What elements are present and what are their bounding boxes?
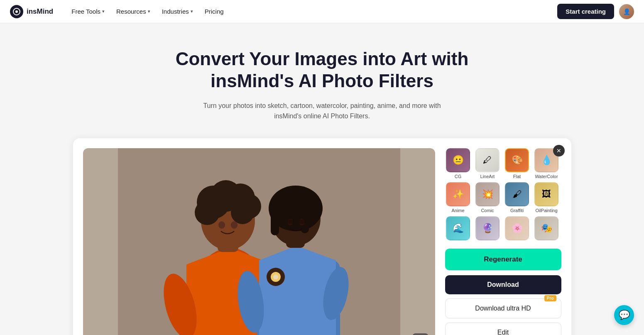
filter-label-cg: CG [455,174,462,179]
download-hd-button[interactable]: Download ultra HD [445,298,561,318]
regenerate-button[interactable]: Regenerate [445,249,561,270]
main-content: Convert Your Images into Art with insMin… [0,0,644,335]
filter-item-flat[interactable]: 🎨 Flat [504,148,530,179]
art-image [83,148,435,335]
svg-point-31 [271,194,321,217]
logo[interactable]: insMind [10,5,53,18]
filter-item-extra1[interactable]: 🌊 [445,216,471,242]
filter-thumb-extra1: 🌊 [446,216,470,240]
logo-icon [10,5,23,18]
avatar[interactable]: 👤 [619,4,634,19]
filter-item-extra3[interactable]: 🌸 [504,216,530,242]
logo-text: insMind [27,7,53,16]
edit-button[interactable]: Edit [445,323,561,335]
svg-point-15 [231,201,254,224]
hero-title: Convert Your Images into Art with insMin… [173,48,472,92]
filter-item-graffiti[interactable]: 🖌 Graffiti [504,182,530,213]
filter-panel: ✕ 😐 CG 🖊 LineArt [445,148,561,335]
nav-item-industries[interactable]: Industries ▾ [157,5,198,18]
filter-item-extra2[interactable]: 🔮 [475,216,501,242]
filter-thumb-graffiti: 🖌 [505,182,529,206]
close-button[interactable]: ✕ [553,145,565,156]
pro-badge: Pro [544,295,556,301]
chevron-down-icon: ▾ [148,9,150,14]
navbar: insMind Free Tools ▾ Resources ▾ Industr… [0,0,644,23]
filter-thumb-cg: 😐 [446,148,470,172]
compare-button[interactable]: ⊞ [412,333,429,335]
download-hd-container: Download ultra HD Pro [445,298,561,323]
filter-item-lineart[interactable]: 🖊 LineArt [475,148,501,179]
filter-label-watercolor: WaterColor [535,174,558,179]
tool-area: ⊞ ✕ 😐 CG 🖊 [52,138,592,335]
filter-item-cg[interactable]: 😐 CG [445,148,471,179]
chevron-down-icon: ▾ [102,9,105,14]
svg-rect-34 [287,220,294,224]
filter-label-anime: Anime [451,208,464,213]
download-button[interactable]: Download [445,275,561,294]
filter-thumb-comic: 💥 [475,182,500,206]
svg-point-17 [231,221,238,229]
chat-icon: 💬 [619,310,630,320]
filter-grid: 😐 CG 🖊 LineArt 🎨 Flat [445,148,561,242]
filter-thumb-oilpainting: 🖼 [534,182,558,206]
svg-marker-20 [259,246,336,335]
filter-item-comic[interactable]: 💥 Comic [475,182,501,213]
filter-label-lineart: LineArt [480,174,495,179]
image-area: ⊞ [83,148,435,335]
chat-widget[interactable]: 💬 [614,305,634,325]
art-svg [83,148,435,335]
nav-item-pricing[interactable]: Pricing [200,5,229,18]
nav-items: Free Tools ▾ Resources ▾ Industries ▾ Pr… [66,5,228,18]
filter-label-oilpainting: OilPainting [535,208,557,213]
nav-left: insMind Free Tools ▾ Resources ▾ Industr… [10,5,229,18]
filter-thumb-lineart: 🖊 [475,148,500,172]
svg-point-16 [218,221,225,229]
svg-point-14 [195,200,220,225]
filter-label-graffiti: Graffiti [510,208,524,213]
filter-item-extra4[interactable]: 🎭 [534,216,560,242]
filter-item-oilpainting[interactable]: 🖼 OilPainting [534,182,560,213]
filter-label-flat: Flat [513,174,521,179]
start-creating-button[interactable]: Start creating [557,4,614,19]
filter-thumb-flat: 🎨 [505,148,529,172]
filter-thumb-extra4: 🎭 [534,216,558,240]
chevron-down-icon: ▾ [191,9,193,14]
hero-subtitle: Turn your photos into sketch, cartoon, w… [198,100,447,122]
filter-thumb-extra2: 🔮 [475,216,500,240]
svg-point-25 [273,274,278,279]
filter-item-anime[interactable]: ✨ Anime [445,182,471,213]
nav-item-resources[interactable]: Resources ▾ [111,5,155,18]
hero-section: Convert Your Images into Art with insMin… [0,23,644,138]
nav-right: Start creating 👤 [557,4,634,19]
filter-thumb-extra3: 🌸 [505,216,529,240]
filter-label-comic: Comic [481,208,494,213]
svg-rect-35 [299,220,306,224]
nav-item-free-tools[interactable]: Free Tools ▾ [66,5,110,18]
svg-point-1 [15,10,18,13]
filter-thumb-anime: ✨ [446,182,470,206]
tool-card: ⊞ ✕ 😐 CG 🖊 [73,138,571,335]
